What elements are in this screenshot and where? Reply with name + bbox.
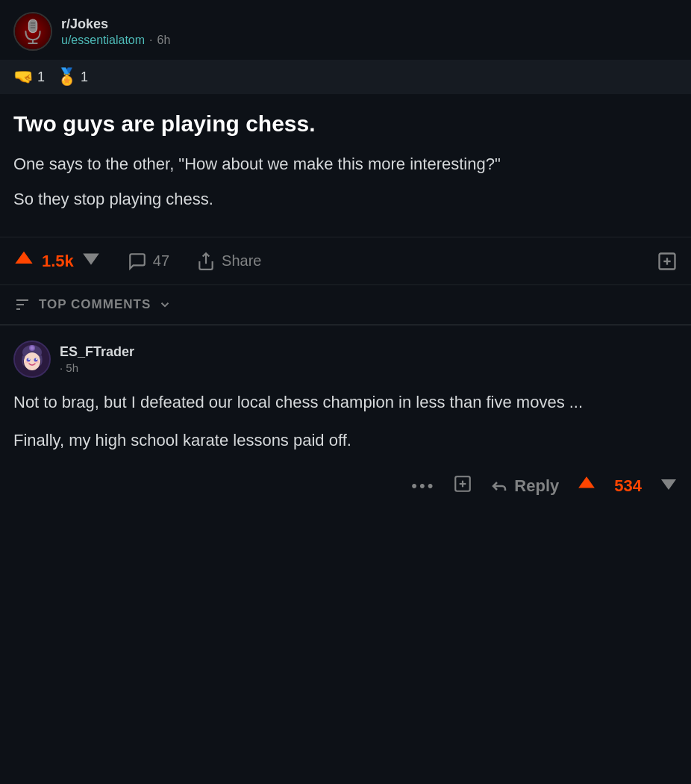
- post-title: Two guys are playing chess.: [13, 109, 678, 138]
- comment-reply-button[interactable]: Reply: [490, 476, 559, 496]
- comment-vote-count: 534: [614, 476, 642, 496]
- comment-header: ES_FTrader · 5h: [13, 340, 678, 378]
- svg-point-18: [28, 358, 30, 360]
- post-body-line2: So they stop playing chess.: [13, 187, 678, 211]
- post-content: Two guys are playing chess. One says to …: [0, 94, 691, 237]
- comment-body-line1: Not to brag, but I defeated our local ch…: [13, 390, 678, 414]
- awards-bar: 🤜 1 🏅 1: [0, 60, 691, 94]
- vote-section: 1.5k: [13, 248, 101, 274]
- post-container: r/Jokes u/essentialatom · 6h 🤜 1 🏅 1 Two…: [0, 0, 691, 514]
- subreddit-icon[interactable]: [13, 12, 52, 51]
- comment-save-button[interactable]: [453, 474, 472, 498]
- vote-count: 1.5k: [42, 252, 74, 271]
- top-comments-label: TOP COMMENTS: [39, 297, 151, 312]
- save-button[interactable]: [657, 251, 678, 272]
- subreddit-icon-image: [15, 13, 51, 49]
- post-body-line1: One says to the other, "How about we mak…: [13, 152, 678, 176]
- post-meta: r/Jokes u/essentialatom · 6h: [61, 16, 170, 47]
- reply-label: Reply: [514, 476, 559, 496]
- award-emoji-2: 🏅: [57, 67, 77, 87]
- comment-user-info: ES_FTrader · 5h: [60, 344, 134, 374]
- svg-point-20: [25, 361, 29, 364]
- comment-username[interactable]: ES_FTrader: [60, 344, 134, 360]
- top-comments-bar[interactable]: TOP COMMENTS: [0, 284, 691, 326]
- comment-more-button[interactable]: •••: [411, 476, 435, 496]
- award-item-2: 🏅 1: [57, 67, 88, 87]
- sort-icon: [13, 296, 31, 314]
- downvote-button[interactable]: [81, 249, 101, 273]
- comment-avatar: [13, 340, 51, 378]
- subreddit-name[interactable]: r/Jokes: [61, 16, 170, 32]
- comment-action-bar: ••• Reply 534: [13, 466, 678, 503]
- award-count-1: 1: [37, 69, 45, 85]
- post-username[interactable]: u/essentialatom: [61, 34, 145, 47]
- share-button[interactable]: Share: [196, 252, 261, 271]
- svg-rect-0: [28, 19, 37, 33]
- award-emoji-1: 🤜: [13, 67, 34, 87]
- share-label: Share: [222, 252, 261, 270]
- comment-upvote-button[interactable]: [577, 473, 596, 498]
- post-time: 6h: [157, 34, 171, 47]
- svg-point-21: [36, 361, 40, 364]
- reply-icon: [490, 477, 508, 495]
- comment-button[interactable]: 47: [128, 252, 169, 271]
- svg-point-19: [36, 358, 37, 360]
- comment-body-line2: Finally, my high school karate lessons p…: [13, 428, 678, 452]
- comment-count: 47: [153, 252, 169, 270]
- upvote-button[interactable]: [13, 248, 34, 274]
- comment-container: ES_FTrader · 5h Not to brag, but I defea…: [0, 326, 691, 514]
- comment-downvote-button[interactable]: [660, 475, 678, 497]
- chevron-down-icon: [158, 298, 172, 311]
- user-time-row: u/essentialatom · 6h: [61, 34, 170, 47]
- separator-dot: ·: [149, 34, 152, 47]
- post-header: r/Jokes u/essentialatom · 6h: [0, 0, 691, 60]
- post-action-bar: 1.5k 47 Share: [0, 237, 691, 284]
- award-item-1: 🤜 1: [13, 67, 45, 87]
- award-count-2: 1: [81, 69, 88, 85]
- svg-point-23: [31, 346, 34, 350]
- comment-time: · 5h: [60, 361, 134, 374]
